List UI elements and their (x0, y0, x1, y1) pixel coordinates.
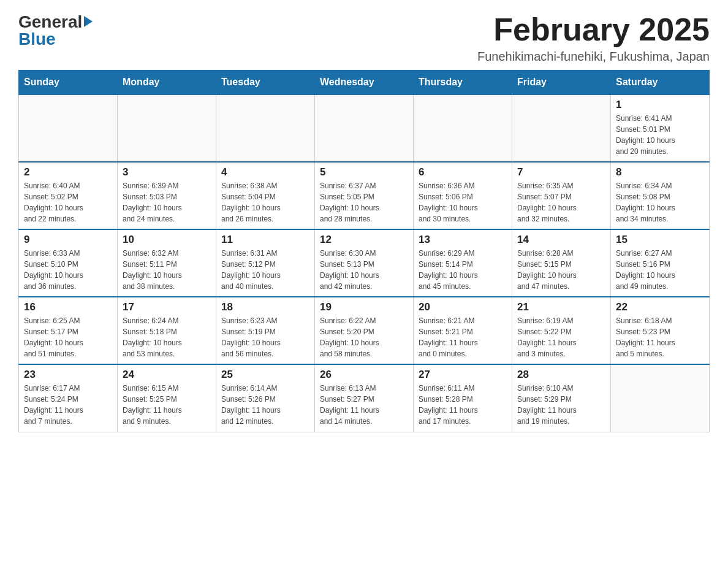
day-info: Sunrise: 6:34 AM Sunset: 5:08 PM Dayligh… (616, 180, 704, 224)
day-number: 23 (24, 369, 112, 381)
day-info: Sunrise: 6:28 AM Sunset: 5:15 PM Dayligh… (517, 248, 605, 292)
day-info: Sunrise: 6:25 AM Sunset: 5:17 PM Dayligh… (24, 315, 112, 359)
day-info: Sunrise: 6:39 AM Sunset: 5:03 PM Dayligh… (123, 180, 211, 224)
calendar-cell: 14Sunrise: 6:28 AM Sunset: 5:15 PM Dayli… (512, 229, 611, 297)
day-info: Sunrise: 6:18 AM Sunset: 5:23 PM Dayligh… (616, 315, 704, 359)
calendar-cell: 17Sunrise: 6:24 AM Sunset: 5:18 PM Dayli… (118, 297, 216, 364)
calendar-cell: 16Sunrise: 6:25 AM Sunset: 5:17 PM Dayli… (19, 297, 118, 364)
calendar-cell: 23Sunrise: 6:17 AM Sunset: 5:24 PM Dayli… (19, 364, 118, 432)
calendar-cell: 3Sunrise: 6:39 AM Sunset: 5:03 PM Daylig… (118, 162, 216, 229)
day-number: 7 (517, 166, 605, 178)
day-number: 3 (123, 166, 211, 178)
day-number: 1 (616, 99, 704, 111)
day-number: 17 (123, 301, 211, 313)
day-number: 15 (616, 234, 704, 246)
calendar-week-row: 23Sunrise: 6:17 AM Sunset: 5:24 PM Dayli… (19, 364, 710, 432)
day-number: 11 (221, 234, 309, 246)
calendar-cell (216, 94, 315, 162)
weekday-header-wednesday: Wednesday (315, 71, 414, 95)
day-number: 27 (419, 369, 507, 381)
calendar-cell: 2Sunrise: 6:40 AM Sunset: 5:02 PM Daylig… (19, 162, 118, 229)
day-info: Sunrise: 6:17 AM Sunset: 5:24 PM Dayligh… (24, 383, 112, 427)
calendar-header-row: SundayMondayTuesdayWednesdayThursdayFrid… (19, 71, 710, 95)
calendar-cell: 10Sunrise: 6:32 AM Sunset: 5:11 PM Dayli… (118, 229, 216, 297)
weekday-header-sunday: Sunday (19, 71, 118, 95)
calendar-cell (19, 94, 118, 162)
calendar-cell (512, 94, 611, 162)
calendar-week-row: 9Sunrise: 6:33 AM Sunset: 5:10 PM Daylig… (19, 229, 710, 297)
weekday-header-thursday: Thursday (414, 71, 512, 95)
day-number: 28 (517, 369, 605, 381)
logo-blue: Blue (18, 29, 56, 49)
calendar-cell: 19Sunrise: 6:22 AM Sunset: 5:20 PM Dayli… (315, 297, 414, 364)
calendar-body: 1Sunrise: 6:41 AM Sunset: 5:01 PM Daylig… (19, 94, 710, 432)
day-number: 2 (24, 166, 112, 178)
calendar-cell: 11Sunrise: 6:31 AM Sunset: 5:12 PM Dayli… (216, 229, 315, 297)
calendar-cell: 25Sunrise: 6:14 AM Sunset: 5:26 PM Dayli… (216, 364, 315, 432)
calendar-cell: 22Sunrise: 6:18 AM Sunset: 5:23 PM Dayli… (611, 297, 710, 364)
calendar-cell: 21Sunrise: 6:19 AM Sunset: 5:22 PM Dayli… (512, 297, 611, 364)
day-info: Sunrise: 6:31 AM Sunset: 5:12 PM Dayligh… (221, 248, 309, 292)
logo: General Blue (18, 12, 93, 49)
calendar-cell (414, 94, 512, 162)
day-number: 16 (24, 301, 112, 313)
day-info: Sunrise: 6:37 AM Sunset: 5:05 PM Dayligh… (320, 180, 408, 224)
day-info: Sunrise: 6:21 AM Sunset: 5:21 PM Dayligh… (419, 315, 507, 359)
calendar-cell: 4Sunrise: 6:38 AM Sunset: 5:04 PM Daylig… (216, 162, 315, 229)
day-number: 6 (419, 166, 507, 178)
day-info: Sunrise: 6:32 AM Sunset: 5:11 PM Dayligh… (123, 248, 211, 292)
calendar-cell: 24Sunrise: 6:15 AM Sunset: 5:25 PM Dayli… (118, 364, 216, 432)
day-info: Sunrise: 6:30 AM Sunset: 5:13 PM Dayligh… (320, 248, 408, 292)
day-number: 18 (221, 301, 309, 313)
day-number: 24 (123, 369, 211, 381)
day-number: 14 (517, 234, 605, 246)
calendar-cell: 18Sunrise: 6:23 AM Sunset: 5:19 PM Dayli… (216, 297, 315, 364)
day-number: 10 (123, 234, 211, 246)
day-info: Sunrise: 6:29 AM Sunset: 5:14 PM Dayligh… (419, 248, 507, 292)
calendar-cell: 20Sunrise: 6:21 AM Sunset: 5:21 PM Dayli… (414, 297, 512, 364)
calendar-cell: 9Sunrise: 6:33 AM Sunset: 5:10 PM Daylig… (19, 229, 118, 297)
day-number: 19 (320, 301, 408, 313)
calendar-table: SundayMondayTuesdayWednesdayThursdayFrid… (18, 70, 710, 432)
day-number: 8 (616, 166, 704, 178)
day-info: Sunrise: 6:22 AM Sunset: 5:20 PM Dayligh… (320, 315, 408, 359)
month-title: February 2025 (477, 12, 710, 47)
calendar-cell: 5Sunrise: 6:37 AM Sunset: 5:05 PM Daylig… (315, 162, 414, 229)
logo-triangle-icon (84, 16, 93, 27)
day-info: Sunrise: 6:33 AM Sunset: 5:10 PM Dayligh… (24, 248, 112, 292)
calendar-cell (315, 94, 414, 162)
calendar-cell (611, 364, 710, 432)
calendar-cell: 26Sunrise: 6:13 AM Sunset: 5:27 PM Dayli… (315, 364, 414, 432)
calendar-week-row: 16Sunrise: 6:25 AM Sunset: 5:17 PM Dayli… (19, 297, 710, 364)
day-info: Sunrise: 6:36 AM Sunset: 5:06 PM Dayligh… (419, 180, 507, 224)
calendar-cell (118, 94, 216, 162)
calendar-week-row: 2Sunrise: 6:40 AM Sunset: 5:02 PM Daylig… (19, 162, 710, 229)
day-number: 21 (517, 301, 605, 313)
calendar-cell: 8Sunrise: 6:34 AM Sunset: 5:08 PM Daylig… (611, 162, 710, 229)
day-number: 25 (221, 369, 309, 381)
day-info: Sunrise: 6:23 AM Sunset: 5:19 PM Dayligh… (221, 315, 309, 359)
day-info: Sunrise: 6:15 AM Sunset: 5:25 PM Dayligh… (123, 383, 211, 427)
page-header: General Blue February 2025 Funehikimachi… (18, 12, 710, 64)
day-info: Sunrise: 6:41 AM Sunset: 5:01 PM Dayligh… (616, 113, 704, 157)
day-info: Sunrise: 6:24 AM Sunset: 5:18 PM Dayligh… (123, 315, 211, 359)
day-info: Sunrise: 6:19 AM Sunset: 5:22 PM Dayligh… (517, 315, 605, 359)
day-info: Sunrise: 6:14 AM Sunset: 5:26 PM Dayligh… (221, 383, 309, 427)
day-number: 5 (320, 166, 408, 178)
calendar-cell: 13Sunrise: 6:29 AM Sunset: 5:14 PM Dayli… (414, 229, 512, 297)
location-text: Funehikimachi-funehiki, Fukushima, Japan (477, 50, 710, 64)
day-number: 20 (419, 301, 507, 313)
day-info: Sunrise: 6:11 AM Sunset: 5:28 PM Dayligh… (419, 383, 507, 427)
day-number: 26 (320, 369, 408, 381)
calendar-cell: 12Sunrise: 6:30 AM Sunset: 5:13 PM Dayli… (315, 229, 414, 297)
weekday-header-tuesday: Tuesday (216, 71, 315, 95)
day-number: 13 (419, 234, 507, 246)
day-info: Sunrise: 6:27 AM Sunset: 5:16 PM Dayligh… (616, 248, 704, 292)
day-info: Sunrise: 6:13 AM Sunset: 5:27 PM Dayligh… (320, 383, 408, 427)
weekday-header-friday: Friday (512, 71, 611, 95)
day-info: Sunrise: 6:10 AM Sunset: 5:29 PM Dayligh… (517, 383, 605, 427)
calendar-cell: 1Sunrise: 6:41 AM Sunset: 5:01 PM Daylig… (611, 94, 710, 162)
calendar-cell: 28Sunrise: 6:10 AM Sunset: 5:29 PM Dayli… (512, 364, 611, 432)
title-section: February 2025 Funehikimachi-funehiki, Fu… (477, 12, 710, 64)
day-number: 12 (320, 234, 408, 246)
